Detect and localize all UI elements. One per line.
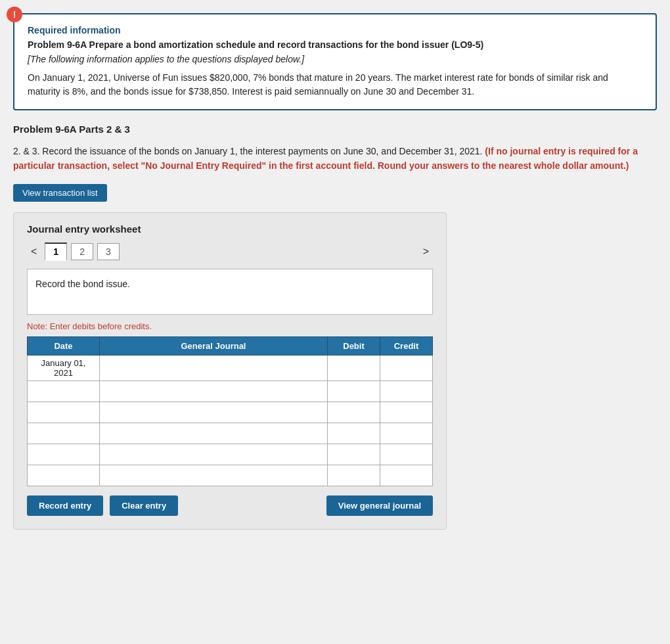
instructions-plain: 2. & 3. Record the issuance of the bonds… — [13, 146, 482, 156]
instruction-text: Record the bond issue. — [35, 279, 130, 289]
table-row: January 01,2021 — [28, 355, 433, 380]
tab-prev-chevron[interactable]: < — [27, 244, 41, 259]
row6-debit[interactable] — [328, 465, 380, 486]
row5-debit-input[interactable] — [328, 444, 380, 465]
row4-debit-input[interactable] — [328, 423, 380, 444]
table-row — [28, 402, 433, 423]
journal-title: Journal entry worksheet — [27, 223, 433, 235]
row3-journal-input[interactable] — [100, 402, 327, 423]
row2-journal[interactable] — [100, 380, 328, 402]
row3-debit[interactable] — [328, 402, 380, 423]
row6-journal[interactable] — [100, 465, 328, 486]
warning-icon: ! — [7, 7, 22, 22]
view-general-journal-button[interactable]: View general journal — [326, 495, 433, 516]
row3-credit[interactable] — [380, 402, 433, 423]
row1-debit-input[interactable] — [328, 356, 380, 380]
col-date: Date — [28, 336, 100, 355]
row6-debit-input[interactable] — [328, 465, 380, 486]
journal-worksheet: Journal entry worksheet < 1 2 3 > Record… — [13, 212, 447, 530]
problem-instructions: 2. & 3. Record the issuance of the bonds… — [13, 144, 657, 173]
buttons-row: Record entry Clear entry View general jo… — [27, 495, 433, 516]
row2-debit-input[interactable] — [328, 381, 380, 402]
instruction-box: Record the bond issue. — [27, 269, 433, 315]
row1-credit[interactable] — [380, 355, 433, 380]
row3-debit-input[interactable] — [328, 402, 380, 423]
row1-debit[interactable] — [328, 355, 380, 380]
col-credit: Credit — [380, 336, 433, 355]
row1-date: January 01,2021 — [28, 355, 100, 380]
row4-credit[interactable] — [380, 423, 433, 444]
row2-date — [28, 380, 100, 402]
row2-journal-input[interactable] — [100, 381, 327, 402]
journal-table: Date General Journal Debit Credit Januar… — [27, 336, 433, 486]
tab-next-chevron[interactable]: > — [419, 244, 433, 259]
row5-date — [28, 444, 100, 465]
problem-heading: Problem 9-6A Parts 2 & 3 — [13, 124, 657, 135]
row5-debit[interactable] — [328, 444, 380, 465]
tab-2[interactable]: 2 — [71, 243, 93, 260]
problem-subtitle: [The following information applies to th… — [28, 54, 642, 64]
row6-credit[interactable] — [380, 465, 433, 486]
table-row — [28, 423, 433, 444]
col-general-journal: General Journal — [100, 336, 328, 355]
row3-date — [28, 402, 100, 423]
row3-credit-input[interactable] — [380, 402, 432, 423]
tab-1[interactable]: 1 — [45, 242, 67, 261]
tab-navigation: < 1 2 3 > — [27, 242, 433, 261]
row4-date — [28, 423, 100, 444]
row5-journal[interactable] — [100, 444, 328, 465]
view-transaction-list-button[interactable]: View transaction list — [13, 184, 107, 202]
row2-credit[interactable] — [380, 380, 433, 402]
record-entry-button[interactable]: Record entry — [27, 495, 103, 516]
row6-credit-input[interactable] — [380, 465, 432, 486]
row6-journal-input[interactable] — [100, 465, 327, 486]
row5-credit[interactable] — [380, 444, 433, 465]
row5-journal-input[interactable] — [100, 444, 327, 465]
problem-body: On January 1, 2021, Universe of Fun issu… — [28, 71, 642, 99]
col-debit: Debit — [328, 336, 380, 355]
table-row — [28, 380, 433, 402]
clear-entry-button[interactable]: Clear entry — [110, 495, 178, 516]
problem-title: Problem 9-6A Prepare a bond amortization… — [28, 39, 642, 50]
row4-debit[interactable] — [328, 423, 380, 444]
table-row — [28, 465, 433, 486]
row2-debit[interactable] — [328, 380, 380, 402]
row6-date — [28, 465, 100, 486]
row2-credit-input[interactable] — [380, 381, 432, 402]
row5-credit-input[interactable] — [380, 444, 432, 465]
row1-journal-input[interactable] — [100, 356, 327, 380]
table-row — [28, 444, 433, 465]
row4-credit-input[interactable] — [380, 423, 432, 444]
note-text: Note: Enter debits before credits. — [27, 321, 433, 331]
row3-journal[interactable] — [100, 402, 328, 423]
row1-journal[interactable] — [100, 355, 328, 380]
info-box: ! Required information Problem 9-6A Prep… — [13, 13, 657, 110]
required-information-label: Required information — [28, 25, 642, 35]
row4-journal[interactable] — [100, 423, 328, 444]
page-container: ! Required information Problem 9-6A Prep… — [13, 13, 657, 530]
tab-3[interactable]: 3 — [97, 243, 120, 260]
row1-credit-input[interactable] — [380, 356, 432, 380]
row4-journal-input[interactable] — [100, 423, 327, 444]
